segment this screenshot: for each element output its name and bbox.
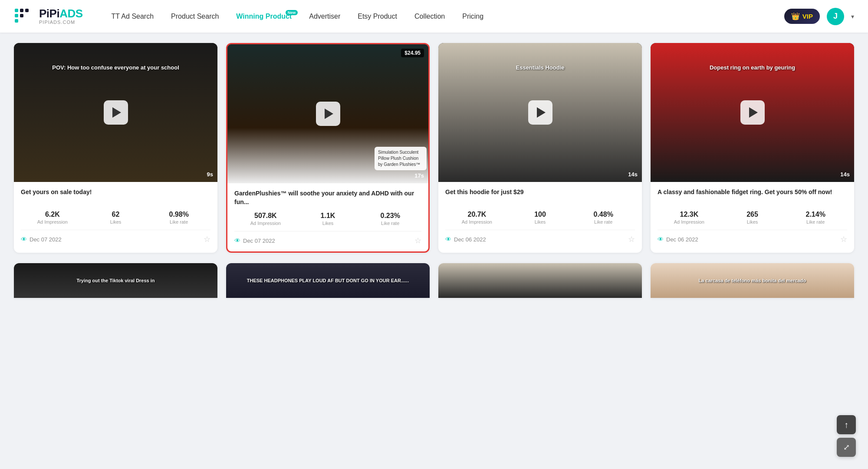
- vip-label: VIP: [802, 13, 813, 20]
- nav-item-tt-ad-search[interactable]: TT Ad Search: [104, 9, 162, 24]
- favorite-star-icon[interactable]: ☆: [840, 234, 847, 244]
- card-date: Dec 06 2022: [454, 236, 486, 243]
- date-area: 👁 Dec 06 2022: [445, 236, 486, 243]
- stat-impression: 12.3K Ad Impression: [658, 211, 721, 225]
- card-title: GardenPlushies™ will soothe your anxiety…: [234, 189, 421, 207]
- favorite-star-icon[interactable]: ☆: [414, 236, 421, 245]
- avatar[interactable]: J: [827, 8, 844, 25]
- logo-text: PiPiADS PIPIADS.COM: [39, 8, 83, 25]
- thumb-overlay-text: POV: How too confuse everyone at your sc…: [24, 64, 207, 72]
- nav-badge-winning-product: New: [286, 10, 298, 15]
- partial-card-p3[interactable]: [438, 263, 642, 298]
- svg-rect-1: [15, 14, 18, 17]
- card-title: Get this hoodie for just $29: [445, 188, 635, 205]
- card-thumb[interactable]: Essentials Hoodie14s: [438, 43, 642, 182]
- card-footer: 👁 Dec 06 2022 ☆: [658, 230, 847, 244]
- card-thumb[interactable]: Dopest ring on earth by geuring14s: [651, 43, 854, 182]
- svg-rect-4: [20, 14, 23, 17]
- thumb-visual: Dopest ring on earth by geuring14s: [651, 43, 854, 182]
- svg-rect-3: [20, 9, 23, 12]
- card-footer: 👁 Dec 07 2022 ☆: [234, 231, 421, 245]
- card-title: A classy and fashionable fidget ring. Ge…: [658, 188, 847, 205]
- stat-impression: 507.8K Ad Impression: [234, 212, 297, 226]
- thumb-bg: POV: How too confuse everyone at your sc…: [14, 43, 217, 182]
- stat-likes: 62 Likes: [84, 211, 148, 225]
- partial-card-p4[interactable]: La carcasa de teléfono más bonita del me…: [651, 263, 854, 298]
- nav-item-collection[interactable]: Collection: [407, 9, 453, 24]
- card-thumb[interactable]: POV: How too confuse everyone at your sc…: [14, 43, 217, 182]
- price-tag: $24.95: [401, 49, 424, 57]
- stats-row: 6.2K Ad Impression 62 Likes 0.98% Like r…: [21, 211, 210, 225]
- logo-main: PiPiADS: [39, 8, 83, 19]
- thumb-visual: $24.95Simulation Succulent Pillow Plush …: [227, 44, 428, 183]
- thumb-bg: Essentials Hoodie14s: [438, 43, 642, 182]
- partial-thumb-text: THESE HEADPHONES PLAY LOUD AF BUT DONT G…: [245, 276, 411, 285]
- partial-thumb-text: [539, 279, 542, 282]
- date-area: 👁 Dec 06 2022: [658, 236, 698, 243]
- nav-item-etsy-product[interactable]: Etsy Product: [350, 9, 405, 24]
- ad-card-card-4: Dopest ring on earth by geuring14s A cla…: [651, 43, 854, 253]
- logo[interactable]: PiPiADS PIPIADS.COM: [14, 6, 83, 27]
- thumb-overlay-text: Essentials Hoodie: [448, 64, 631, 72]
- partial-thumb: [438, 263, 642, 298]
- favorite-star-icon[interactable]: ☆: [628, 234, 635, 244]
- nav-item-product-search[interactable]: Product Search: [163, 9, 227, 24]
- ad-card-card-2: $24.95Simulation Succulent Pillow Plush …: [226, 43, 430, 253]
- avatar-dropdown-icon[interactable]: ▾: [851, 13, 854, 20]
- play-button[interactable]: [528, 100, 552, 125]
- stat-likes: 1.1K Likes: [297, 212, 359, 226]
- partial-thumb: Trying out the Tiktok viral Dress in: [14, 263, 217, 298]
- stat-like-rate: 2.14% Like rate: [784, 211, 847, 225]
- vip-button[interactable]: 👑 VIP: [784, 9, 820, 24]
- partial-thumb-text: Trying out the Tiktok viral Dress in: [75, 276, 156, 285]
- nav-item-pricing[interactable]: Pricing: [454, 9, 491, 24]
- card-thumb[interactable]: $24.95Simulation Succulent Pillow Plush …: [227, 44, 428, 183]
- stat-like-rate: 0.98% Like rate: [147, 211, 210, 225]
- thumb-visual: Essentials Hoodie14s: [438, 43, 642, 182]
- stats-row: 20.7K Ad Impression 100 Likes 0.48% Like…: [445, 211, 635, 225]
- eye-icon: 👁: [234, 237, 240, 244]
- stat-impression: 6.2K Ad Impression: [21, 211, 84, 225]
- partial-thumb: La carcasa de teléfono más bonita del me…: [651, 263, 854, 298]
- logo-icon: [14, 6, 35, 27]
- card-body: A classy and fashionable fidget ring. Ge…: [651, 182, 854, 250]
- stats-row: 12.3K Ad Impression 265 Likes 2.14% Like…: [658, 211, 847, 225]
- favorite-star-icon[interactable]: ☆: [204, 234, 210, 244]
- duration-badge: 17s: [414, 172, 424, 179]
- card-footer: 👁 Dec 06 2022 ☆: [445, 230, 635, 244]
- crown-icon: 👑: [791, 12, 800, 20]
- stat-like-rate: 0.23% Like rate: [359, 212, 421, 226]
- svg-rect-5: [25, 9, 29, 12]
- card-body: Get this hoodie for just $29 20.7K Ad Im…: [438, 182, 642, 250]
- date-area: 👁 Dec 07 2022: [234, 237, 275, 244]
- thumb-visual: POV: How too confuse everyone at your sc…: [14, 43, 217, 182]
- card-title: Get yours on sale today!: [21, 188, 210, 205]
- stat-likes: 100 Likes: [509, 211, 572, 225]
- stat-like-rate: 0.48% Like rate: [572, 211, 635, 225]
- partial-thumb-text: La carcasa de teléfono más bonita del me…: [697, 276, 808, 285]
- partial-card-p1[interactable]: Trying out the Tiktok viral Dress in: [14, 263, 217, 298]
- card-date: Dec 07 2022: [243, 238, 275, 244]
- main-nav: TT Ad SearchProduct SearchWinning Produc…: [104, 9, 784, 24]
- duration-badge: 14s: [840, 171, 850, 178]
- play-button[interactable]: [104, 100, 128, 125]
- ad-card-card-1: POV: How too confuse everyone at your sc…: [14, 43, 217, 253]
- svg-rect-0: [15, 9, 18, 12]
- thumb-bg: $24.95Simulation Succulent Pillow Plush …: [227, 44, 428, 183]
- card-body: GardenPlushies™ will soothe your anxiety…: [227, 183, 428, 251]
- eye-icon: 👁: [445, 236, 451, 243]
- nav-item-advertiser[interactable]: Advertiser: [301, 9, 348, 24]
- card-footer: 👁 Dec 07 2022 ☆: [21, 230, 210, 244]
- partial-card-p2[interactable]: THESE HEADPHONES PLAY LOUD AF BUT DONT G…: [226, 263, 430, 298]
- ad-card-card-3: Essentials Hoodie14s Get this hoodie for…: [438, 43, 642, 253]
- svg-rect-2: [15, 19, 18, 23]
- partial-card-row: Trying out the Tiktok viral Dress in THE…: [0, 263, 868, 308]
- card-grid: POV: How too confuse everyone at your sc…: [0, 33, 868, 263]
- thumb-overlay-text: Dopest ring on earth by geuring: [661, 64, 844, 72]
- play-button[interactable]: [740, 100, 765, 125]
- play-button[interactable]: [316, 102, 340, 126]
- card-date: Dec 07 2022: [30, 236, 62, 243]
- nav-item-winning-product[interactable]: Winning ProductNew: [228, 9, 299, 24]
- duration-badge: 9s: [207, 171, 213, 178]
- partial-thumb: THESE HEADPHONES PLAY LOUD AF BUT DONT G…: [226, 263, 430, 298]
